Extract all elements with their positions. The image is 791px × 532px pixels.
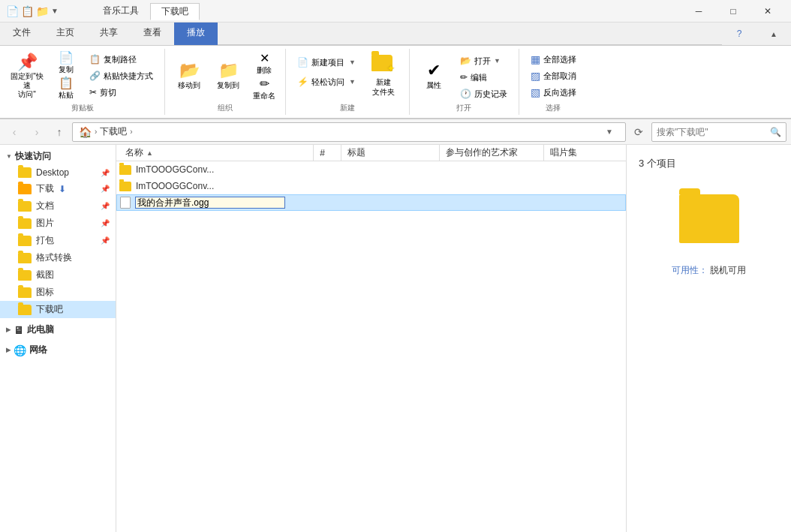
select-group-label: 选择 <box>525 101 582 113</box>
paste-button[interactable]: 📋 粘贴 <box>50 76 83 101</box>
easy-access-button[interactable]: ⚡ 轻松访问 ▼ <box>292 73 361 91</box>
delete-icon: ✕ <box>260 51 269 65</box>
system-icon-1: 📄 <box>6 5 19 17</box>
file-name-col-3 <box>120 197 345 209</box>
select-buttons: ▦ 全部选择 ▨ 全部取消 ▧ 反向选择 <box>525 50 582 101</box>
sidebar-item-icons-label: 图标 <box>36 286 54 299</box>
address-dropdown-button[interactable]: ▼ <box>600 122 619 142</box>
pc-section: ▶ 🖥 此电脑 <box>0 321 116 338</box>
sidebar-item-screenshot-label: 截图 <box>36 269 54 281</box>
copy-path-icon: 📋 <box>89 54 101 65</box>
col-header-album[interactable]: 唱片集 <box>544 145 623 161</box>
sidebar-item-screenshot[interactable]: 截图 <box>0 266 116 284</box>
col-header-title[interactable]: 标题 <box>341 145 440 161</box>
col-header-name[interactable]: 名称 ▲ <box>119 145 314 161</box>
refresh-button[interactable]: ⟳ <box>629 122 648 142</box>
ribbon-help-btn[interactable]: ? <box>722 23 756 45</box>
sidebar-item-format[interactable]: 格式转换 <box>0 249 116 266</box>
file-item-folder2[interactable]: ImTOOOGGConv... <box>116 178 626 194</box>
open-group-label: 打开 <box>416 101 513 113</box>
sidebar-item-icons[interactable]: 图标 <box>0 284 116 301</box>
sort-arrow: ▲ <box>146 149 153 157</box>
download2-folder-icon <box>18 305 32 315</box>
tab-share[interactable]: 共享 <box>87 23 131 45</box>
move-to-button[interactable]: 📂 移动到 <box>171 50 207 101</box>
pin-to-quick-access-button[interactable]: 📌 固定到"快速访问" <box>6 50 48 101</box>
ribbon-content: 📌 固定到"快速访问" 📄 复制 📋 粘贴 <box>0 46 791 119</box>
window-controls: ─ □ ✕ <box>681 0 785 23</box>
select-none-button[interactable]: ▨ 全部取消 <box>525 68 582 83</box>
file-list-header: 名称 ▲ # 标题 参与创作的艺术家 唱片集 <box>116 145 626 161</box>
sidebar-item-desktop[interactable]: Desktop 📌 <box>0 165 116 180</box>
address-home-icon: 🏠 <box>79 126 92 138</box>
col-header-num[interactable]: # <box>314 145 341 161</box>
edit-icon: ✏ <box>460 72 468 83</box>
select-all-icon: ▦ <box>531 53 540 65</box>
desktop-pin-icon: 📌 <box>101 169 110 177</box>
download-pin-icon: 📌 <box>101 185 110 193</box>
tab-home[interactable]: 主页 <box>44 23 87 45</box>
open-button[interactable]: 📂 打开 ▼ <box>455 53 513 68</box>
network-header[interactable]: ▶ 🌐 网络 <box>0 341 116 359</box>
sidebar-item-pack-label: 打包 <box>36 234 54 247</box>
folder1-icon <box>119 165 131 175</box>
file-item-folder1[interactable]: ImTOOOGGConv... <box>116 161 626 178</box>
cut-button[interactable]: ✂ 剪切 <box>84 85 158 100</box>
sidebar-item-pics-label: 图片 <box>36 217 54 230</box>
search-input[interactable] <box>657 127 767 137</box>
new-item-button[interactable]: 📄 新建项目 ▼ <box>292 53 361 71</box>
copy-button[interactable]: 📄 复制 <box>50 51 83 75</box>
col-header-artist[interactable]: 参与创作的艺术家 <box>440 145 544 161</box>
ribbon-group-organize: 📂 移动到 📁 复制到 ✕ 删除 ✏ 重命名 <box>165 49 286 115</box>
tab-play[interactable]: 播放 <box>174 23 218 45</box>
delete-button[interactable]: ✕ 删除 <box>249 51 279 75</box>
tab-download-top[interactable]: 下载吧 <box>150 3 200 20</box>
ogg-file-icon <box>120 197 131 209</box>
forward-button[interactable]: › <box>27 122 47 142</box>
clipboard-group-label: 剪贴板 <box>6 101 158 113</box>
invert-selection-button[interactable]: ▧ 反向选择 <box>525 85 582 100</box>
quick-access-header[interactable]: ▼ 快速访问 <box>0 148 116 165</box>
desktop-folder-icon <box>18 167 32 178</box>
properties-button[interactable]: ✔ 属性 <box>416 50 452 101</box>
copy-to-icon: 📁 <box>218 61 239 80</box>
copy-path-button[interactable]: 📋 复制路径 <box>84 52 158 67</box>
download-folder-icon <box>18 184 32 194</box>
close-button[interactable]: ✕ <box>750 0 785 23</box>
select-all-button[interactable]: ▦ 全部选择 <box>525 52 582 67</box>
paste-shortcut-button[interactable]: 🔗 粘贴快捷方式 <box>84 68 158 83</box>
tab-music-tools[interactable]: 音乐工具 <box>92 2 150 20</box>
pack-pin-icon: 📌 <box>101 236 110 245</box>
new-folder-button[interactable]: 新建文件夹 <box>364 50 403 101</box>
address-bar[interactable]: 🏠 › 下载吧 › ▼ <box>72 122 626 142</box>
back-button[interactable]: ‹ <box>5 122 24 142</box>
rename-input[interactable] <box>135 197 285 209</box>
tab-file[interactable]: 文件 <box>0 23 44 45</box>
file-item-ogg[interactable] <box>116 194 626 211</box>
open-icon: 📂 <box>460 56 471 66</box>
maximize-button[interactable]: □ <box>716 0 750 23</box>
network-icon: 🌐 <box>14 344 26 356</box>
sidebar-item-download2-label: 下载吧 <box>36 303 63 316</box>
rename-button[interactable]: ✏ 重命名 <box>249 77 279 101</box>
up-button[interactable]: ↑ <box>50 122 69 142</box>
sidebar-item-download2[interactable]: 下载吧 <box>0 301 116 318</box>
properties-icon: ✔ <box>427 61 441 80</box>
sidebar-item-pack[interactable]: 打包 📌 <box>0 232 116 249</box>
ribbon-collapse-btn[interactable]: ▲ <box>756 23 791 45</box>
sidebar-item-pics[interactable]: 图片 📌 <box>0 215 116 232</box>
sidebar-item-docs[interactable]: 文档 📌 <box>0 197 116 215</box>
sidebar-item-download[interactable]: 下载 ⬇ 📌 <box>0 180 116 197</box>
address-crumb-download: 下载吧 <box>100 125 127 138</box>
sidebar: ▼ 快速访问 Desktop 📌 下载 ⬇ 📌 文档 📌 图片 <box>0 145 116 532</box>
tab-view[interactable]: 查看 <box>131 23 174 45</box>
edit-button[interactable]: ✏ 编辑 <box>455 70 513 85</box>
minimize-button[interactable]: ─ <box>681 0 716 23</box>
pics-pin-icon: 📌 <box>101 219 110 227</box>
pc-arrow: ▶ <box>6 326 11 333</box>
quick-access-dropdown[interactable]: ▼ <box>51 7 59 15</box>
history-button[interactable]: 🕐 历史记录 <box>455 86 513 101</box>
pc-header[interactable]: ▶ 🖥 此电脑 <box>0 321 116 338</box>
pics-folder-icon <box>18 218 32 229</box>
copy-to-button[interactable]: 📁 复制到 <box>210 50 246 101</box>
